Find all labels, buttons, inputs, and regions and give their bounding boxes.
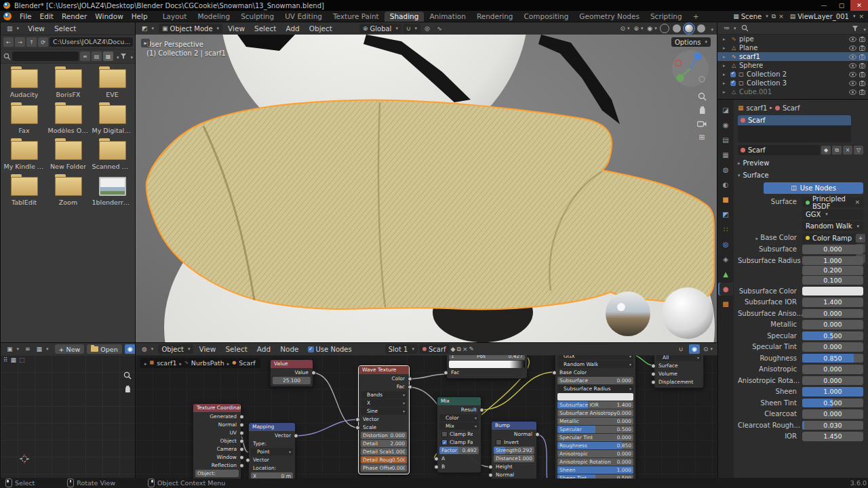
preview-section-header[interactable]: ▸ Preview [738, 158, 863, 168]
outliner-row[interactable]: ▸ △ Sphere [717, 61, 868, 70]
node-row[interactable]: Reflection [195, 462, 239, 469]
node-row[interactable]: Surface [656, 362, 701, 369]
pan-hand-icon[interactable] [696, 104, 708, 116]
path-input[interactable]: C:\Users\JOLAZ4\Docu... [50, 37, 133, 47]
image-browse-selector[interactable]: ▦ [33, 344, 52, 354]
gizmo-z-axis[interactable] [694, 53, 702, 60]
fake-user-shield-button[interactable]: ◆ [821, 146, 831, 155]
menubar-menu[interactable]: Edit [36, 11, 58, 22]
property-value-field[interactable]: 0.000 [802, 342, 863, 352]
object-name[interactable]: scarf1 [739, 53, 847, 60]
node-row[interactable]: X 0 m [251, 472, 293, 479]
node-row[interactable]: Object: [195, 470, 239, 477]
uv-tool-icon[interactable]: ⠿ [3, 357, 8, 363]
filter-dropdown[interactable] [128, 52, 133, 61]
node-row[interactable]: Phase Offset 0.000 [361, 464, 407, 472]
delete-scene-icon[interactable]: × [778, 14, 784, 20]
node-row[interactable]: Sheen 1.000 [557, 466, 633, 474]
file-item[interactable]: Modèles Offi... [46, 105, 90, 134]
up-button[interactable]: ↑ [26, 37, 37, 47]
node-row[interactable]: Color [439, 414, 479, 422]
shader-node[interactable]: Mix Result Color [437, 396, 481, 473]
delete-viewlayer-icon[interactable]: × [859, 14, 864, 20]
outliner-row[interactable]: ▸ ∿ scarf1 [717, 52, 868, 61]
toggle-view-icon[interactable]: ⊞ [696, 131, 708, 143]
snapping-selector[interactable]: ∪ [403, 24, 420, 33]
uv-select-icon[interactable]: ⬚ [19, 357, 25, 363]
properties-tab[interactable]: ▤ [718, 134, 733, 146]
display-settings-dropdown[interactable] [115, 52, 119, 61]
shader-node[interactable]: GGX Random Walk Base Color [555, 355, 636, 479]
gizmo-y-axis[interactable] [677, 75, 684, 82]
property-value-field[interactable]: 0.000 [802, 245, 863, 254]
node-row[interactable]: X [361, 399, 407, 407]
shader-node[interactable]: Mapping Vector Type: [248, 422, 296, 479]
viewport-menu[interactable]: View [224, 23, 249, 35]
breadcrumb-item[interactable]: Scarf [239, 359, 255, 367]
menubar-menu[interactable]: Help [127, 11, 152, 22]
workspace-tab[interactable]: Scripting [645, 12, 688, 22]
shading-rendered-button[interactable] [696, 24, 706, 33]
hide-in-viewport-icon[interactable] [849, 37, 856, 42]
pin-icon[interactable]: ✎ [469, 346, 474, 352]
workspace-tab[interactable]: Geometry Nodes [574, 12, 645, 22]
breadcrumb-item[interactable]: NurbsPath [191, 359, 224, 367]
zoom-tool-icon[interactable] [123, 371, 132, 382]
shading-material-preview-button[interactable] [684, 24, 694, 33]
workspace-tab[interactable]: Shading [384, 12, 425, 22]
collection-checkbox[interactable] [730, 72, 736, 77]
close-button[interactable]: ✕ [850, 0, 868, 11]
shader-node[interactable]: Texture Coordinate Generated Normal [193, 403, 241, 479]
properties-tab[interactable]: ◈ [718, 253, 733, 266]
node-row[interactable]: Color [361, 375, 407, 382]
node-header[interactable]: Mix [437, 397, 481, 405]
node-row[interactable]: B [439, 463, 479, 470]
property-value-field[interactable]: 1.450 [802, 432, 863, 441]
node-row[interactable]: Point [251, 448, 293, 455]
material-slot-selected[interactable]: Scarf [738, 115, 851, 125]
node-row[interactable]: Generated [195, 413, 239, 420]
node-row[interactable]: 25.100 [273, 377, 311, 384]
node-row[interactable]: Normal [494, 471, 534, 479]
search-icon[interactable] [741, 24, 749, 32]
node-row[interactable]: Subsurface IOR 1.400 [557, 401, 633, 409]
workspace-tab[interactable]: Animation [424, 12, 471, 22]
node-row[interactable]: Mix [439, 422, 479, 430]
node-row[interactable]: Base Color [557, 369, 633, 376]
transform-orientation-selector[interactable]: ⊕ Global [359, 24, 401, 33]
hide-in-viewport-icon[interactable] [849, 72, 856, 77]
view-menu-icon[interactable]: ≡ [25, 346, 31, 352]
node-row[interactable]: Type: [251, 440, 293, 447]
node-row[interactable]: Bands [361, 391, 407, 399]
file-item[interactable]: TablEdit [2, 177, 46, 206]
properties-tab[interactable]: ▦ [718, 148, 733, 161]
property-value-field[interactable]: 0.100 [802, 276, 863, 285]
collection-checkbox[interactable] [730, 81, 736, 86]
node-row[interactable]: Vector [361, 415, 407, 423]
node-row[interactable]: Factor 0.492 [439, 447, 479, 454]
node-header[interactable]: Texture Coordinate [193, 404, 241, 412]
node-row[interactable]: Random Walk [557, 361, 633, 368]
properties-tab[interactable]: ● [718, 283, 733, 296]
shader-menu[interactable]: Select [221, 344, 251, 355]
property-value-field[interactable] [802, 287, 863, 296]
disable-in-render-icon[interactable] [859, 81, 867, 86]
node-header[interactable]: Bump [492, 422, 536, 430]
back-button[interactable]: ← [3, 37, 14, 47]
outliner-row[interactable]: ▸ ▢ Collection 2 [717, 70, 868, 79]
property-value-field[interactable]: 0.000 [802, 365, 863, 374]
node-header[interactable]: Wave Texture [359, 366, 409, 374]
overlays-toggle-button[interactable]: ◉ [689, 344, 700, 354]
zoom-tool-icon[interactable] [696, 90, 708, 102]
editor-type-selector[interactable]: ◍ [138, 344, 157, 354]
property-value-field[interactable]: 0.030 [802, 421, 863, 430]
workspace-tab[interactable]: Modeling [192, 12, 235, 22]
shader-node[interactable]: Wave Texture Color Fac [358, 365, 410, 474]
material-browse-field[interactable]: Scarf [419, 344, 450, 354]
hide-in-viewport-icon[interactable] [849, 63, 856, 68]
node-row[interactable]: Window [195, 453, 239, 461]
uv-grid-area[interactable]: ⠿ ▦ ⬚ [1, 355, 136, 479]
node-row[interactable]: Distance 1.000 [494, 455, 534, 462]
node-row[interactable]: Object [195, 437, 239, 445]
refresh-button[interactable]: ⟳ [38, 37, 48, 47]
